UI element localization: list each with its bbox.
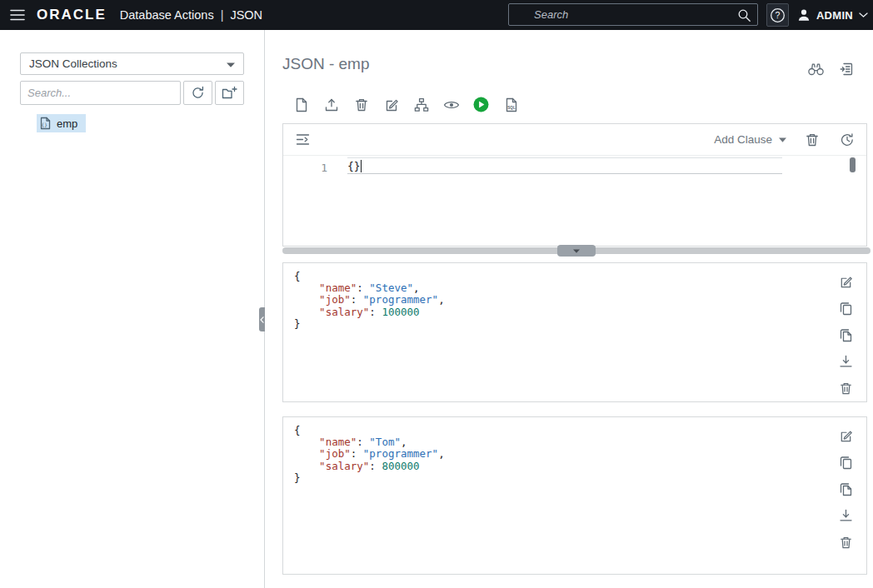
- help-icon: ?: [770, 7, 786, 23]
- folder-plus-icon: [222, 86, 237, 100]
- delete-documents-button[interactable]: [352, 95, 371, 114]
- new-document-button[interactable]: [292, 95, 311, 114]
- sidebar-collapse-handle[interactable]: [259, 307, 265, 331]
- collections-dropdown-value: JSON Collections: [29, 57, 117, 70]
- global-search-button[interactable]: [737, 8, 751, 25]
- edit-icon: [384, 97, 399, 112]
- document-json: { "name": "Tom", "job": "programmer", "s…: [294, 425, 445, 484]
- document-card: { "name": "Steve", "job": "programmer", …: [282, 262, 867, 402]
- query-toolbar-right: Add Clause: [714, 130, 856, 149]
- edit-icon: [839, 275, 853, 289]
- copy-icon: [839, 301, 853, 316]
- panel-splitter-handle[interactable]: [557, 245, 596, 257]
- eye-icon: [443, 98, 460, 112]
- context-title: JSON: [230, 8, 262, 22]
- query-editor[interactable]: 1 {}: [283, 156, 866, 246]
- sidebar-search-row: [20, 81, 244, 105]
- user-menu-button[interactable]: ADMIN: [789, 0, 871, 30]
- copy-icon: [839, 456, 853, 470]
- title-divider: |: [221, 8, 224, 22]
- copy-document-button[interactable]: [838, 455, 853, 470]
- document-card: { "name": "Tom", "job": "programmer", "s…: [282, 416, 867, 575]
- user-icon: [797, 8, 811, 22]
- edit-document-button[interactable]: [838, 428, 853, 443]
- duplicate-document-button[interactable]: [838, 481, 853, 496]
- view-documents-button[interactable]: [441, 95, 461, 114]
- refresh-button[interactable]: [183, 81, 212, 105]
- binoculars-icon: [807, 61, 825, 77]
- app-window: ORACLE Database Actions | JSON ? ADMIN: [0, 0, 873, 588]
- run-query-button[interactable]: [471, 95, 491, 114]
- oracle-logo: ORACLE: [37, 7, 107, 23]
- export-document-button[interactable]: [838, 354, 853, 369]
- find-documents-button[interactable]: [806, 59, 826, 78]
- copy-document-button[interactable]: [838, 301, 853, 316]
- document-actions: [838, 274, 853, 396]
- details-panel-icon: [840, 62, 855, 77]
- line-number: 1: [283, 162, 327, 174]
- format-icon: [296, 133, 310, 146]
- query-history-button[interactable]: [837, 130, 856, 149]
- format-query-button[interactable]: [293, 130, 312, 149]
- collection-search-input[interactable]: [20, 81, 181, 105]
- edit-query-button[interactable]: [382, 95, 401, 114]
- text-cursor: [361, 160, 362, 172]
- chevron-down-icon: [573, 249, 580, 253]
- delete-document-button[interactable]: [838, 535, 853, 550]
- duplicate-document-button[interactable]: [838, 327, 853, 342]
- global-search-input[interactable]: [509, 8, 757, 21]
- edit-icon: [839, 429, 853, 443]
- splitter-area: [282, 247, 871, 256]
- sql-file-icon: SQL: [504, 97, 519, 112]
- collections-dropdown[interactable]: JSON Collections: [20, 52, 244, 75]
- qbe-view-button[interactable]: [412, 95, 431, 114]
- history-icon: [840, 132, 855, 147]
- chevron-down-icon: [779, 137, 786, 142]
- query-toolbar: Add Clause: [283, 124, 866, 156]
- duplicate-icon: [839, 328, 853, 342]
- search-icon: [737, 8, 751, 22]
- svg-text:{}: {}: [42, 122, 47, 127]
- chevron-down-icon: [227, 57, 235, 70]
- duplicate-icon: [839, 482, 853, 496]
- collection-details-button[interactable]: [837, 59, 856, 78]
- editor-vertical-scrollbar[interactable]: [850, 157, 856, 172]
- trash-icon: [805, 132, 820, 147]
- trash-icon: [354, 97, 369, 112]
- help-button[interactable]: ?: [766, 3, 789, 27]
- tree-item-emp[interactable]: {} emp: [0, 112, 264, 134]
- new-collection-button[interactable]: [215, 81, 244, 105]
- main-header: JSON - emp: [266, 30, 873, 78]
- trash-icon: [839, 381, 853, 396]
- download-icon: [839, 355, 853, 368]
- new-document-icon: [294, 97, 309, 112]
- collection-toolbar: SQL: [266, 78, 873, 114]
- clear-query-button[interactable]: [802, 130, 821, 149]
- header-actions: [806, 55, 856, 78]
- delete-document-button[interactable]: [838, 381, 853, 396]
- edit-document-button[interactable]: [838, 274, 853, 289]
- collections-tree: {} emp: [0, 112, 264, 134]
- query-panel: Add Clause 1 {}: [282, 123, 867, 247]
- refresh-icon: [191, 86, 205, 100]
- main-panel: JSON - emp: [266, 30, 873, 588]
- document-json: { "name": "Steve", "job": "programmer", …: [294, 271, 445, 330]
- show-sql-button[interactable]: SQL: [501, 95, 521, 114]
- user-label: ADMIN: [816, 9, 853, 22]
- download-icon: [839, 509, 853, 522]
- export-document-button[interactable]: [838, 508, 853, 523]
- hamburger-icon: [10, 9, 25, 21]
- add-clause-dropdown[interactable]: Add Clause: [714, 133, 786, 146]
- chevron-down-icon: [859, 12, 868, 18]
- hierarchy-icon: [414, 97, 429, 112]
- app-title: Database Actions: [120, 8, 214, 22]
- import-documents-button[interactable]: [322, 95, 341, 114]
- document-actions: [838, 428, 853, 550]
- hamburger-menu-button[interactable]: [0, 0, 35, 30]
- play-icon: [473, 97, 489, 112]
- add-clause-label: Add Clause: [714, 133, 772, 146]
- json-collection-icon: {}: [39, 117, 52, 130]
- page-title: JSON - emp: [282, 55, 370, 73]
- chevron-left-icon: [260, 316, 264, 323]
- tree-item-selection: {} emp: [37, 114, 86, 132]
